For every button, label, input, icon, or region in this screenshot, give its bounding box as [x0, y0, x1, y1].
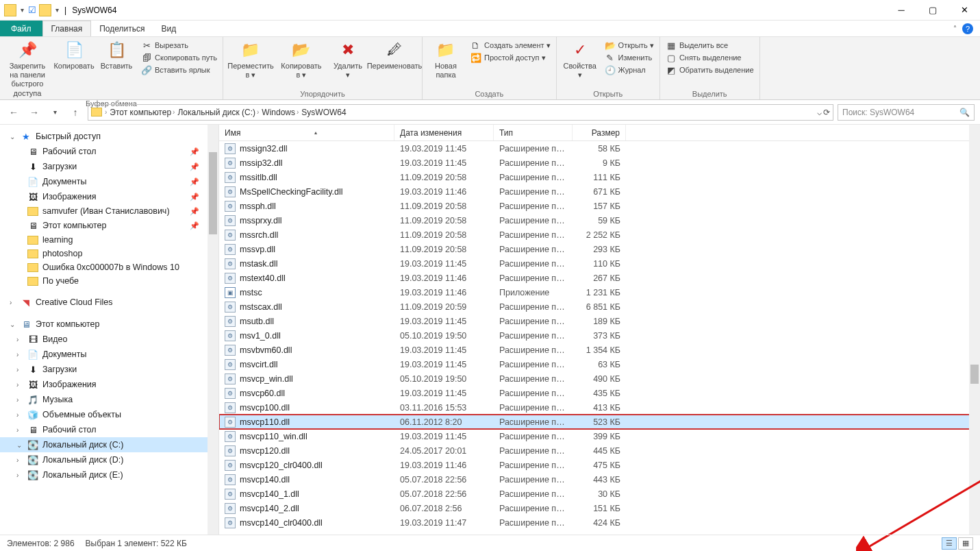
edit-button[interactable]: ✎Изменить — [605, 52, 654, 63]
invert-selection-button[interactable]: ◩Обратить выделение — [666, 64, 754, 75]
file-row[interactable]: ⚙msvcp140_1.dll05.07.2018 22:56Расширени… — [219, 487, 980, 501]
file-row[interactable]: ⚙msutb.dll19.03.2019 11:45Расширение при… — [219, 314, 980, 328]
file-row[interactable]: ⚙msvcp110_win.dll19.03.2019 11:45Расшире… — [219, 429, 980, 443]
back-button[interactable]: ← — [5, 104, 22, 121]
tab-share[interactable]: Поделиться — [91, 21, 153, 36]
file-row[interactable]: ⚙msvcirt.dll19.03.2019 11:45Расширение п… — [219, 357, 980, 371]
pin-to-quick-access-button[interactable]: 📌 Закрепить на панели быстрого доступа — [5, 40, 49, 98]
tree-item[interactable]: По учебе — [0, 274, 218, 288]
address-bar[interactable]: › Этот компьютер › Локальный диск (C:) ›… — [88, 104, 833, 121]
refresh-icon[interactable]: ⟳ — [823, 108, 830, 117]
tree-item[interactable]: learning — [0, 233, 218, 247]
file-row[interactable]: ⚙mssph.dll11.09.2019 20:58Расширение при… — [219, 199, 980, 213]
new-folder-button[interactable]: 📁Новая папка — [428, 40, 464, 79]
up-button[interactable]: ↑ — [67, 104, 84, 121]
tree-item[interactable]: samvufer (Иван Станиславович)📌 — [0, 204, 218, 218]
copy-to-button[interactable]: 📂Копировать в ▾ — [279, 40, 323, 79]
column-name[interactable]: Имя▴ — [219, 125, 394, 140]
help-icon[interactable]: ? — [962, 23, 973, 34]
column-size[interactable]: Размер — [573, 125, 626, 140]
scrollbar-thumb[interactable] — [970, 365, 979, 384]
tab-view[interactable]: Вид — [153, 21, 184, 36]
rename-button[interactable]: 🖉Переименовать — [373, 40, 416, 71]
breadcrumb-segment[interactable]: SysWOW64 — [301, 108, 346, 117]
breadcrumb-segment[interactable]: Windows › — [262, 108, 299, 117]
view-large-icons-button[interactable]: ▦ — [958, 537, 973, 550]
tree-item[interactable]: Ошибка 0xc000007b в Windows 10 — [0, 260, 218, 274]
file-row[interactable]: ⚙msvcp140_clr0400.dll19.03.2019 11:47Рас… — [219, 515, 980, 530]
tree-item[interactable]: ⬇Загрузки📌 — [0, 159, 218, 174]
tree-item[interactable]: ›🧊Объемные объекты — [0, 407, 218, 422]
paste-button[interactable]: 📋 Вставить — [99, 40, 134, 71]
collapse-ribbon-icon[interactable]: ˄ — [953, 25, 957, 32]
forward-button[interactable]: → — [26, 104, 42, 121]
tree-item[interactable]: ›🖼Изображения — [0, 377, 218, 392]
tree-item[interactable]: ›💽Локальный диск (E:) — [0, 467, 218, 482]
tab-home[interactable]: Главная — [42, 21, 92, 36]
properties-qat-icon[interactable]: ☑ — [28, 5, 36, 15]
tree-item[interactable]: 📄Документы📌 — [0, 174, 218, 189]
file-row[interactable]: ⚙mssprxy.dll11.09.2019 20:58Расширение п… — [219, 213, 980, 228]
tree-item[interactable]: ›🖥Рабочий стол — [0, 422, 218, 437]
file-row[interactable]: ⚙mstscax.dll11.09.2019 20:59Расширение п… — [219, 299, 980, 314]
column-type[interactable]: Тип — [494, 125, 573, 140]
tree-quick-access[interactable]: ⌄★Быстрый доступ — [0, 129, 218, 144]
search-input[interactable]: Поиск: SysWOW64 🔍 — [838, 104, 975, 121]
column-date[interactable]: Дата изменения — [394, 125, 494, 140]
file-row[interactable]: ⚙mssrch.dll11.09.2019 20:58Расширение пр… — [219, 228, 980, 242]
history-button[interactable]: 🕘Журнал — [605, 64, 654, 75]
chevron-down-icon[interactable]: ▾ — [54, 6, 60, 14]
file-row[interactable]: ⚙msvcp100.dll03.11.2016 15:53Расширение … — [219, 400, 980, 415]
file-row[interactable]: ⚙mssip32.dll19.03.2019 11:45Расширение п… — [219, 156, 980, 170]
file-row[interactable]: ⚙msvcp120.dll24.05.2017 20:01Расширение … — [219, 443, 980, 458]
file-row[interactable]: ⚙msvcp60.dll19.03.2019 11:45Расширение п… — [219, 386, 980, 400]
delete-button[interactable]: ✖Удалить ▾ — [330, 40, 366, 79]
file-row[interactable]: ⚙msvcp120_clr0400.dll19.03.2019 11:46Рас… — [219, 458, 980, 472]
file-row[interactable]: ⚙mssign32.dll19.03.2019 11:45Расширение … — [219, 141, 980, 156]
file-row[interactable]: ⚙mstext40.dll19.03.2019 11:46Расширение … — [219, 271, 980, 285]
tree-item[interactable]: ›💽Локальный диск (D:) — [0, 452, 218, 467]
open-button[interactable]: 📂Открыть ▾ — [605, 40, 654, 51]
file-row[interactable]: ⚙msvcp110.dll06.11.2012 8:20Расширение п… — [219, 415, 980, 429]
scrollbar-track[interactable] — [969, 125, 980, 535]
select-all-button[interactable]: ▦Выделить все — [666, 40, 754, 51]
chevron-down-icon[interactable]: ▾ — [19, 6, 25, 14]
tree-item[interactable]: ›⬇Загрузки — [0, 362, 218, 377]
file-row[interactable]: ⚙msvcp140_2.dll06.07.2018 2:56Расширение… — [219, 501, 980, 515]
view-details-button[interactable]: ☰ — [942, 537, 957, 550]
file-row[interactable]: ⚙msvbvm60.dll19.03.2019 11:45Расширение … — [219, 343, 980, 357]
easy-access-button[interactable]: 🔁Простой доступ ▾ — [470, 52, 551, 63]
tree-item[interactable]: photoshop — [0, 247, 218, 260]
tree-item[interactable]: 🖥Рабочий стол📌 — [0, 144, 218, 159]
tab-file[interactable]: Файл — [0, 21, 42, 36]
breadcrumb-segment[interactable]: Локальный диск (C:) › — [177, 108, 259, 117]
file-row[interactable]: ⚙msv1_0.dll05.10.2019 19:50Расширение пр… — [219, 328, 980, 343]
tree-item[interactable]: ›🎞Видео — [0, 332, 218, 347]
cut-button[interactable]: ✂Вырезать — [141, 40, 217, 51]
select-none-button[interactable]: ▢Снять выделение — [666, 52, 754, 63]
minimize-button[interactable]: ─ — [885, 0, 917, 21]
recent-dropdown[interactable]: ▾ — [47, 104, 63, 121]
properties-button[interactable]: ✓Свойства ▾ — [562, 40, 598, 79]
paste-shortcut-button[interactable]: 🔗Вставить ярлык — [141, 64, 217, 75]
file-row[interactable]: ⚙msvcp_win.dll05.10.2019 19:50Расширение… — [219, 371, 980, 386]
tree-item[interactable]: 🖼Изображения📌 — [0, 189, 218, 204]
maximize-button[interactable]: ▢ — [917, 0, 948, 21]
file-row[interactable]: ⚙MsSpellCheckingFacility.dll19.03.2019 1… — [219, 184, 980, 199]
tree-item[interactable]: ›🎵Музыка — [0, 392, 218, 407]
copy-path-button[interactable]: 🗐Скопировать путь — [141, 52, 217, 63]
move-to-button[interactable]: 📁Переместить в ▾ — [229, 40, 273, 79]
new-item-button[interactable]: 🗋Создать элемент ▾ — [470, 40, 551, 51]
scrollbar-thumb[interactable] — [209, 152, 217, 234]
file-row[interactable]: ▣mstsc19.03.2019 11:46Приложение1 231 КБ — [219, 285, 980, 299]
breadcrumb-segment[interactable]: Этот компьютер › — [110, 108, 175, 117]
tree-creative-cloud[interactable]: ›◥Creative Cloud Files — [0, 295, 218, 310]
tree-this-pc[interactable]: ⌄🖥Этот компьютер — [0, 317, 218, 332]
file-row[interactable]: ⚙mstask.dll19.03.2019 11:45Расширение пр… — [219, 256, 980, 271]
tree-item[interactable]: ⌄💽Локальный диск (C:) — [0, 437, 218, 452]
close-button[interactable]: ✕ — [948, 0, 980, 21]
file-row[interactable]: ⚙msvcp140.dll05.07.2018 22:56Расширение … — [219, 472, 980, 487]
tree-item[interactable]: ›📄Документы — [0, 347, 218, 362]
copy-button[interactable]: 📄 Копировать — [56, 40, 92, 71]
file-row[interactable]: ⚙mssvp.dll11.09.2019 20:58Расширение при… — [219, 242, 980, 256]
